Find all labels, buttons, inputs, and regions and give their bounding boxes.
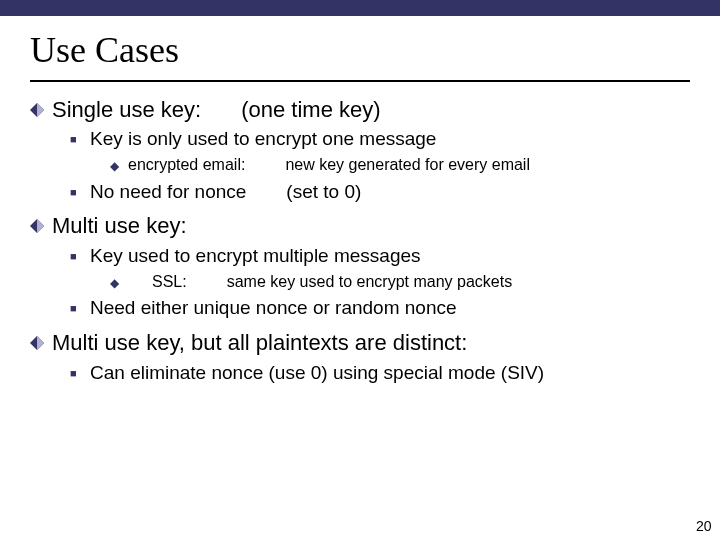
title-underline <box>30 80 690 82</box>
bullet-level2: ■ Key is only used to encrypt one messag… <box>70 127 690 152</box>
bullet-text: Key is only used to encrypt one message <box>90 127 436 152</box>
bullet-text: No need for nonce(set to 0) <box>90 180 361 205</box>
bullet-text: Multi use key: <box>52 212 187 240</box>
accent-bar <box>0 0 720 16</box>
bullet-level1: Multi use key: <box>30 212 690 240</box>
diamond-bullet-icon <box>30 219 52 233</box>
svg-marker-5 <box>37 336 44 350</box>
square-bullet-icon: ■ <box>70 185 90 199</box>
svg-marker-3 <box>37 219 44 233</box>
bullet-level2: ■ Key used to encrypt multiple messages <box>70 244 690 269</box>
svg-marker-1 <box>37 103 44 117</box>
page-number: 20 <box>696 519 710 534</box>
square-bullet-icon: ■ <box>70 366 90 380</box>
diamond-bullet-icon <box>30 103 52 117</box>
bullet-level2: ■ No need for nonce(set to 0) <box>70 180 690 205</box>
slide-body: Use Cases Single use key:(one time key) … <box>0 16 720 385</box>
bullet-text: Need either unique nonce or random nonce <box>90 296 457 321</box>
bullet-level1: Multi use key, but all plaintexts are di… <box>30 329 690 357</box>
bullet-level2: ■ Need either unique nonce or random non… <box>70 296 690 321</box>
bullet-level1: Single use key:(one time key) <box>30 96 690 124</box>
square-bullet-icon: ■ <box>70 132 90 146</box>
square-bullet-icon: ■ <box>70 301 90 315</box>
dot-bullet-icon: ◆ <box>110 276 128 292</box>
bullet-text: encrypted email:new key generated for ev… <box>128 155 530 176</box>
bullet-text: Single use key:(one time key) <box>52 96 381 124</box>
bullet-text: Can eliminate nonce (use 0) using specia… <box>90 361 544 386</box>
bullet-level3: ◆ encrypted email:new key generated for … <box>110 155 690 176</box>
bullet-text: Multi use key, but all plaintexts are di… <box>52 329 467 357</box>
bullet-level2: ■ Can eliminate nonce (use 0) using spec… <box>70 361 690 386</box>
square-bullet-icon: ■ <box>70 249 90 263</box>
bullet-text: SSL:same key used to encrypt many packet… <box>128 272 512 293</box>
slide-title: Use Cases <box>30 32 690 76</box>
dot-bullet-icon: ◆ <box>110 159 128 175</box>
diamond-bullet-icon <box>30 336 52 350</box>
bullet-text: Key used to encrypt multiple messages <box>90 244 421 269</box>
bullet-level3: ◆ SSL:same key used to encrypt many pack… <box>110 272 690 293</box>
